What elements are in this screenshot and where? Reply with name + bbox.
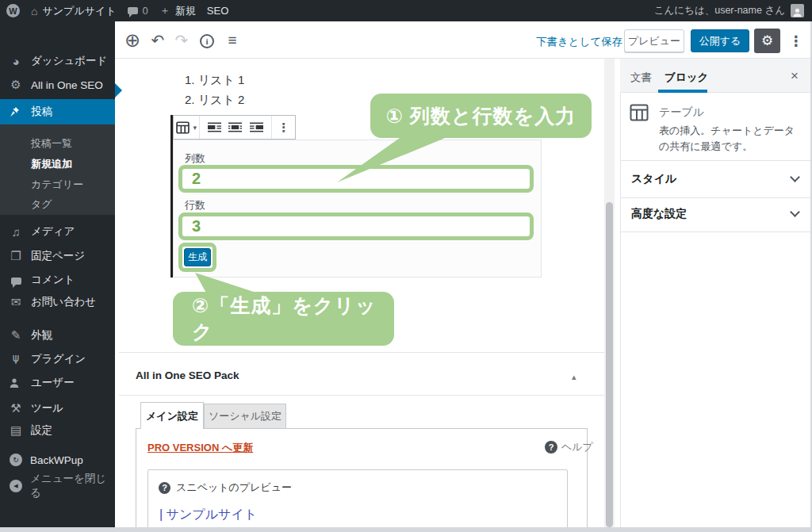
settings-toggle-button[interactable]: ⚙ (754, 29, 780, 53)
home-icon: ⌂ (31, 5, 37, 17)
close-icon[interactable]: × (791, 68, 799, 84)
panel-divider (620, 197, 810, 198)
submenu-item-post-list[interactable]: 投稿一覧 (0, 133, 115, 154)
content-structure-button[interactable]: i (197, 33, 217, 50)
ordered-list-item-1[interactable]: 1. リスト 1 (185, 73, 244, 88)
panel-advanced-settings[interactable]: 高度な設定 (631, 207, 687, 221)
sidebar-item-comments[interactable]: コメント (0, 268, 115, 292)
preview-button[interactable]: プレビュー (624, 29, 684, 52)
wordpress-editor-screen: W ⌂ サンプルサイト 0 ＋ 新規 SEO こんにちは、user-name さ… (0, 0, 812, 532)
panel-divider (620, 160, 810, 161)
block-more-options-button[interactable]: ⋮ (272, 116, 295, 139)
admin-sidebar: ◕ ダッシュボード ⚙ All in One SEO 投稿 投稿一覧 新規追加 … (0, 21, 115, 527)
tab-document[interactable]: 文書 (630, 71, 652, 85)
sidebar-item-settings[interactable]: ▤ 設定 (0, 419, 115, 442)
admin-bar-site-link[interactable]: ⌂ サンプルサイト (31, 4, 117, 18)
block-navigation-button[interactable]: ≡ (222, 30, 243, 51)
publish-button[interactable]: 公開する (691, 29, 749, 52)
sidebar-item-media[interactable]: ♫ メディア (0, 220, 115, 243)
save-draft-link[interactable]: 下書きとして保存 (536, 35, 622, 49)
pro-version-link[interactable]: PRO VERSION へ更新 (147, 441, 253, 455)
screen-bottom-edge (0, 527, 812, 532)
ordered-list-item-2[interactable]: 2. リスト 2 (185, 93, 244, 108)
wordpress-logo-icon[interactable]: W (6, 4, 20, 17)
rows-label: 行数 (185, 198, 205, 212)
comment-count: 0 (143, 5, 148, 17)
sidebar-item-label: 固定ページ (31, 249, 85, 263)
sidebar-item-all-in-one-seo[interactable]: ⚙ All in One SEO (0, 73, 115, 97)
submenu-item-tags[interactable]: タグ (0, 194, 115, 215)
sidebar-item-users[interactable]: ユーザー (0, 371, 115, 395)
generate-button[interactable]: 生成 (184, 248, 211, 266)
pages-icon: ❐ (9, 249, 23, 263)
help-icon: ? (545, 441, 557, 454)
admin-bar-seo[interactable]: SEO (207, 5, 228, 17)
sidebar-item-backwpup[interactable]: ↻ BackWPup (0, 448, 115, 472)
active-tab-underline (658, 90, 707, 93)
table-block-placeholder (173, 140, 542, 277)
sidebar-item-appearance[interactable]: ✎ 外観 (0, 323, 115, 347)
metabox-collapse-icon[interactable]: ▴ (572, 372, 576, 382)
seo-label: SEO (207, 5, 228, 17)
avatar[interactable] (791, 4, 804, 17)
generate-button-highlight: 生成 (178, 243, 216, 272)
tab-main-settings[interactable]: メイン設定 (140, 402, 204, 429)
settings-icon: ▤ (9, 423, 23, 438)
sidebar-item-label: 設定 (31, 423, 52, 438)
sidebar-item-tools[interactable]: ⚒ ツール (0, 396, 115, 420)
mail-icon: ✉ (9, 295, 23, 309)
help-icon: ? (159, 482, 170, 494)
new-label: 新規 (175, 4, 196, 18)
panel-styles[interactable]: スタイル (631, 172, 676, 186)
block-inserter-button[interactable]: ⊕ (121, 30, 144, 51)
change-block-type-button[interactable]: ▾ (174, 116, 199, 139)
media-icon: ♫ (9, 225, 23, 239)
chevron-down-icon: ▾ (193, 124, 197, 132)
comment-icon (128, 7, 138, 14)
dashboard-icon: ◕ (9, 55, 23, 68)
greeting-text[interactable]: こんにちは、user-name さん (654, 4, 785, 17)
align-center-button[interactable] (228, 122, 242, 132)
admin-bar-new[interactable]: ＋ 新規 (159, 4, 196, 18)
submenu-item-categories[interactable]: カテゴリー (0, 174, 115, 195)
more-options-button[interactable]: ⋮ (786, 29, 806, 53)
sidebar-item-contact[interactable]: ✉ お問い合わせ (0, 290, 115, 314)
callout-step-1: ① 列数と行数を入力 (370, 94, 592, 138)
help-label: ヘルプ (561, 440, 593, 454)
redo-icon: ↷ (175, 31, 189, 50)
sidebar-item-dashboard[interactable]: ◕ ダッシュボード (0, 49, 115, 73)
snippet-site-title[interactable]: | サンプルサイト (159, 507, 257, 523)
rows-input[interactable] (178, 212, 534, 240)
sidebar-item-plugins[interactable]: ⋔ プラグイン (0, 347, 115, 371)
editor-scrollbar-thumb[interactable] (606, 202, 613, 527)
person-icon (9, 377, 23, 388)
list-view-icon: ≡ (228, 32, 236, 49)
redo-button[interactable]: ↷ (171, 30, 192, 51)
sidebar-item-label: ユーザー (31, 376, 75, 390)
info-icon: i (200, 34, 214, 48)
help-link[interactable]: ? ヘルプ (545, 440, 593, 454)
active-menu-arrow (115, 83, 129, 98)
wrench-icon: ⚒ (9, 401, 23, 415)
panel-divider (620, 232, 810, 232)
tab-block[interactable]: ブロック (665, 71, 708, 85)
snippet-preview-title: スニペットのプレビュー (176, 480, 292, 495)
sidebar-item-posts[interactable]: 投稿 (0, 99, 115, 124)
sidebar-item-label: プラグイン (31, 352, 86, 366)
tab-social-settings[interactable]: ソーシャル設定 (204, 404, 286, 429)
align-right-button[interactable] (250, 122, 263, 132)
plus-icon: ＋ (159, 4, 170, 18)
submenu-label: タグ (31, 197, 52, 212)
sidebar-item-label: ツール (31, 401, 63, 415)
submenu-item-add-new[interactable]: 新規追加 (0, 154, 115, 174)
align-left-button[interactable] (208, 122, 221, 132)
undo-icon: ↶ (151, 31, 165, 50)
undo-button[interactable]: ↶ (147, 30, 168, 51)
block-card-description: 表の挿入。チャートとデータの共有に最適です。 (659, 123, 803, 155)
admin-bar-comments[interactable]: 0 (128, 5, 148, 17)
sidebar-item-collapse-menu[interactable]: ◀ メニューを閉じる (0, 474, 115, 498)
sidebar-item-label: 外観 (31, 328, 52, 343)
sidebar-item-pages[interactable]: ❐ 固定ページ (0, 244, 115, 268)
sidebar-item-label: All in One SEO (31, 79, 103, 91)
site-name: サンプルサイト (42, 4, 116, 18)
